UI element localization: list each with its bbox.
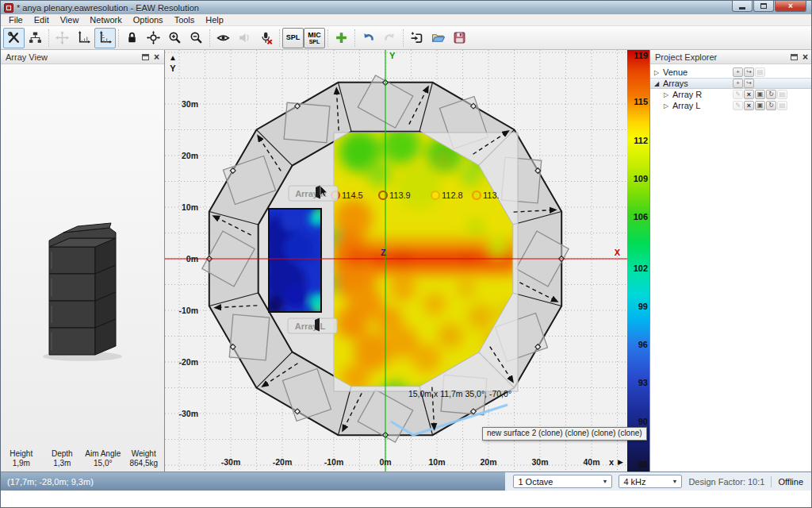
edit-item-button[interactable]: ✎ — [733, 90, 743, 99]
scale-value: 96 — [638, 340, 648, 349]
menu-options[interactable]: Options — [128, 15, 169, 25]
y-tick-label: 30m — [182, 99, 198, 109]
minimize-button[interactable] — [732, 1, 753, 12]
tree-item-label: Array R — [672, 90, 702, 99]
network-icon — [29, 31, 42, 44]
rotate-item-button[interactable]: ↻ — [766, 101, 776, 110]
bandwidth-select[interactable]: 1 Octave ▼ — [513, 475, 612, 488]
move-axes-button[interactable] — [52, 28, 73, 48]
menu-help[interactable]: Help — [200, 15, 229, 25]
array-stat-depth: Depth1,3m — [42, 449, 83, 470]
open-item-button[interactable]: ↪ — [744, 67, 754, 77]
copy-item-button[interactable]: ▣ — [755, 101, 765, 110]
scale-value: 90 — [638, 417, 648, 426]
delete-item-button[interactable]: × — [744, 101, 754, 110]
close-panel-icon[interactable]: × — [802, 54, 808, 60]
float-panel-icon[interactable] — [791, 54, 798, 60]
array-stats: Height1,9mDepth1,3mAim Angle15,0°Weight8… — [1, 449, 164, 471]
tree-item-arrays[interactable]: ◢Arrays+↪ — [650, 78, 812, 89]
title-bar: * anya plenary.eawresolution - EAW Resol… — [1, 1, 811, 14]
scale-value: 102 — [634, 264, 648, 273]
save-button[interactable] — [449, 28, 470, 48]
add-button[interactable] — [331, 28, 352, 48]
speaker-array-3d-view[interactable] — [1, 64, 164, 449]
mic-spl-button[interactable]: MICSPL — [304, 28, 325, 48]
zoom-in-button[interactable] — [164, 28, 186, 48]
project-tree: ▷Venue+↪▤◢Arrays+↪▷Array R✎×▣↻▤▷Array L✎… — [650, 64, 812, 111]
array-stat-height: Height1,9m — [1, 449, 42, 470]
expanded-arrow-icon[interactable]: ◢ — [654, 80, 663, 87]
copy-item-button[interactable]: ▣ — [755, 90, 765, 99]
add-item-button[interactable]: + — [733, 79, 743, 88]
maximize-button[interactable] — [753, 1, 774, 12]
zoom-out-button[interactable] — [186, 28, 207, 48]
venue-map[interactable]: Z114.5113.9112.8113.Array RArray L15,0m … — [165, 50, 627, 471]
tree-item-array-r[interactable]: ▷Array R✎×▣↻▤ — [650, 89, 812, 100]
frequency-select[interactable]: 4 kHz ▼ — [619, 475, 682, 488]
zoom-out-icon — [190, 31, 203, 44]
network-button[interactable] — [25, 28, 46, 48]
tools-icon — [7, 31, 21, 44]
rotate-item-button[interactable]: ↻ — [766, 90, 776, 99]
center-target-icon — [147, 31, 160, 44]
save-item-button[interactable]: ▤ — [777, 101, 787, 110]
svg-text:112.8: 112.8 — [442, 190, 463, 200]
array-r-chip[interactable]: Array R — [289, 186, 338, 202]
delete-item-button[interactable]: × — [744, 90, 754, 99]
visibility-button[interactable] — [213, 28, 234, 48]
x-ruler-arrow: ▶ — [618, 458, 623, 466]
surface-dimension-label: 15,0m x 11,7m 35,0°, -70,0° — [408, 389, 511, 398]
divider — [771, 476, 772, 487]
undo-button[interactable] — [358, 28, 379, 48]
chevron-down-icon: ▼ — [602, 479, 607, 484]
edit-item-button[interactable]: ✎ — [733, 101, 743, 110]
save-item-button[interactable]: ▤ — [755, 67, 765, 77]
x-axis-label: X — [615, 248, 621, 257]
tree-item-label: Venue — [663, 67, 688, 77]
menu-network[interactable]: Network — [84, 15, 127, 25]
collapsed-arrow-icon[interactable]: ▷ — [664, 91, 672, 98]
x-tick-label: 30m — [531, 457, 548, 467]
center-target-button[interactable] — [143, 28, 164, 48]
tree-item-array-l[interactable]: ▷Array L✎×▣↻▤ — [650, 100, 812, 111]
menu-edit[interactable]: Edit — [29, 15, 55, 25]
spl-color-scale: 1191151121091061029996939086 — [627, 50, 649, 471]
speaker-button[interactable] — [234, 28, 255, 48]
undo-icon — [362, 31, 375, 44]
mic-muted-button[interactable] — [255, 28, 277, 48]
project-explorer-header: Project Explorer × — [650, 50, 812, 64]
menu-tools[interactable]: Tools — [169, 15, 201, 25]
spl-marker[interactable]: 112.8 — [431, 190, 463, 200]
open-item-button[interactable]: ↪ — [744, 79, 754, 88]
x-tick-label: -20m — [273, 457, 293, 467]
import-icon — [410, 31, 423, 44]
save-item-button[interactable]: ▤ — [777, 90, 787, 99]
redo-button[interactable] — [379, 28, 400, 48]
close-button[interactable]: × — [775, 1, 806, 12]
scale-value: 106 — [634, 212, 648, 221]
spl-button[interactable]: SPL — [282, 28, 304, 48]
menu-file[interactable]: File — [3, 15, 29, 25]
open-button[interactable] — [427, 28, 449, 48]
array-view-title: Array View — [6, 52, 48, 62]
close-icon: × — [788, 2, 793, 10]
menu-view[interactable]: View — [55, 15, 85, 25]
x-tick-label: 0m — [379, 457, 391, 467]
lock-button[interactable] — [121, 28, 143, 48]
collapsed-arrow-icon[interactable]: ▷ — [664, 102, 672, 110]
array-l-chip[interactable]: Array L — [288, 318, 337, 334]
chart-axes-alt-button[interactable] — [94, 28, 116, 48]
close-panel-icon[interactable]: × — [154, 54, 159, 60]
import-button[interactable] — [406, 28, 427, 48]
x-tick-label: -10m — [324, 457, 344, 467]
y-tick-label: -10m — [178, 306, 198, 315]
float-panel-icon[interactable] — [142, 54, 149, 60]
move-axes-icon — [56, 31, 69, 44]
add-item-button[interactable]: + — [733, 67, 743, 77]
scale-value: 109 — [634, 174, 648, 183]
tree-item-venue[interactable]: ▷Venue+↪▤ — [650, 67, 812, 78]
collapsed-arrow-icon[interactable]: ▷ — [654, 69, 663, 76]
toolbar-separator — [118, 29, 119, 47]
chart-axes-button[interactable] — [73, 28, 94, 48]
tools-button[interactable] — [3, 28, 25, 48]
